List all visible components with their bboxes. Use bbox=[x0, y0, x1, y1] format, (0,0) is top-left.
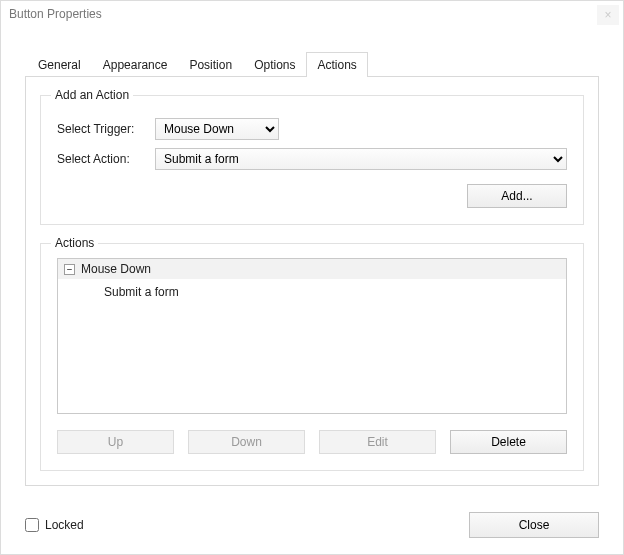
edit-button: Edit bbox=[319, 430, 436, 454]
select-action[interactable]: Submit a form bbox=[155, 148, 567, 170]
titlebar: Button Properties × bbox=[1, 1, 623, 27]
tab-appearance[interactable]: Appearance bbox=[92, 52, 179, 77]
down-button: Down bbox=[188, 430, 305, 454]
actions-tree[interactable]: − Mouse Down Submit a form bbox=[57, 258, 567, 414]
tree-node-trigger[interactable]: − Mouse Down bbox=[58, 259, 566, 279]
dialog-footer: Locked Close bbox=[1, 500, 623, 554]
locked-checkbox-wrap[interactable]: Locked bbox=[25, 518, 84, 532]
group-actions-legend: Actions bbox=[51, 236, 98, 250]
locked-checkbox[interactable] bbox=[25, 518, 39, 532]
actions-buttons-row: Up Down Edit Delete bbox=[57, 430, 567, 454]
tabstrip: General Appearance Position Options Acti… bbox=[27, 51, 599, 76]
add-button-row: Add... bbox=[57, 184, 567, 208]
label-select-action: Select Action: bbox=[57, 152, 145, 166]
tree-node-trigger-label: Mouse Down bbox=[81, 262, 151, 276]
tab-position[interactable]: Position bbox=[178, 52, 243, 77]
dialog-window: Button Properties × General Appearance P… bbox=[0, 0, 624, 555]
tabpanel-actions: Add an Action Select Trigger: Mouse Down… bbox=[25, 76, 599, 486]
group-add-action-legend: Add an Action bbox=[51, 88, 133, 102]
up-button: Up bbox=[57, 430, 174, 454]
group-add-action: Add an Action Select Trigger: Mouse Down… bbox=[40, 95, 584, 225]
label-select-trigger: Select Trigger: bbox=[57, 122, 145, 136]
row-select-action: Select Action: Submit a form bbox=[57, 148, 567, 170]
close-icon[interactable]: × bbox=[597, 5, 619, 25]
tab-options[interactable]: Options bbox=[243, 52, 306, 77]
tree-node-action[interactable]: Submit a form bbox=[58, 279, 566, 305]
locked-label: Locked bbox=[45, 518, 84, 532]
close-button[interactable]: Close bbox=[469, 512, 599, 538]
dialog-content: General Appearance Position Options Acti… bbox=[1, 27, 623, 500]
group-actions-list: Actions − Mouse Down Submit a form Up Do… bbox=[40, 243, 584, 471]
add-button[interactable]: Add... bbox=[467, 184, 567, 208]
select-trigger[interactable]: Mouse Down bbox=[155, 118, 279, 140]
tab-general[interactable]: General bbox=[27, 52, 92, 77]
row-select-trigger: Select Trigger: Mouse Down bbox=[57, 118, 567, 140]
delete-button[interactable]: Delete bbox=[450, 430, 567, 454]
window-title: Button Properties bbox=[9, 7, 102, 21]
tab-actions[interactable]: Actions bbox=[306, 52, 367, 77]
tree-node-action-label: Submit a form bbox=[104, 285, 179, 299]
collapse-icon[interactable]: − bbox=[64, 264, 75, 275]
